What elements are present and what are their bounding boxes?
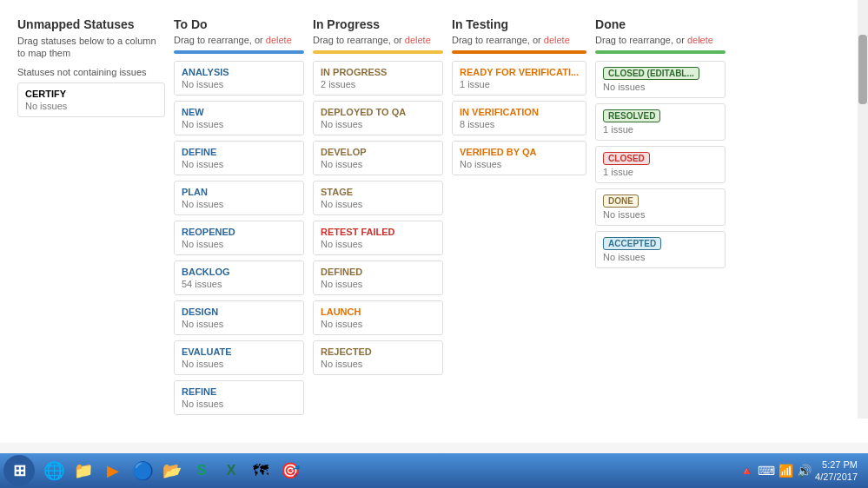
card-launch-issues: No issues bbox=[321, 319, 435, 329]
unmapped-title: Unmapped Statuses bbox=[17, 17, 165, 31]
card-analysis[interactable]: ANALYSIS No issues bbox=[174, 61, 304, 96]
card-analysis-name: ANALYSIS bbox=[182, 67, 296, 77]
start-button[interactable]: ⊞ bbox=[3, 455, 35, 486]
taskbar-time: 5:27 PM 4/27/2017 bbox=[815, 458, 858, 484]
card-ready-verification[interactable]: READY FOR VERIFICATI... 1 issue bbox=[452, 61, 586, 96]
card-certify-name: CERTIFY bbox=[25, 89, 157, 99]
card-deployed-qa[interactable]: DEPLOYED TO QA No issues bbox=[313, 101, 443, 135]
card-new-issues: No issues bbox=[182, 119, 296, 129]
card-closed-issues: 1 issue bbox=[603, 167, 718, 177]
card-verified-qa-name: VERIFIED BY QA bbox=[460, 147, 579, 157]
done-bar bbox=[595, 50, 726, 54]
card-verified-qa[interactable]: VERIFIED BY QA No issues bbox=[452, 141, 586, 175]
card-design-name: DESIGN bbox=[182, 307, 296, 317]
taskbar-excel-icon[interactable]: X bbox=[217, 457, 245, 485]
card-inprogress-name: IN PROGRESS bbox=[321, 67, 435, 77]
card-deployed-qa-name: DEPLOYED TO QA bbox=[321, 107, 435, 117]
card-plan[interactable]: PLAN No issues bbox=[174, 181, 304, 215]
card-reopened-issues: No issues bbox=[182, 239, 296, 249]
card-inprogress-issues: 2 issues bbox=[321, 79, 435, 89]
card-backlog[interactable]: BACKLOG 54 issues bbox=[174, 260, 304, 295]
card-stage-issues: No issues bbox=[321, 199, 435, 209]
card-closed-editable[interactable]: CLOSED (EDITABL... No issues bbox=[595, 61, 726, 98]
card-design-issues: No issues bbox=[182, 319, 296, 329]
taskbar-right-area: 🔺 ⌨ 📶 🔊 5:27 PM 4/27/2017 bbox=[739, 458, 865, 484]
card-resolved[interactable]: RESOLVED 1 issue bbox=[595, 103, 726, 141]
card-in-verification[interactable]: IN VERIFICATION 8 issues bbox=[452, 101, 586, 135]
todo-header: To Do Drag to rearrange, or delete bbox=[174, 17, 304, 45]
card-accepted[interactable]: ACCEPTED No issues bbox=[595, 231, 726, 268]
inprogress-column: In Progress Drag to rearrange, or delete… bbox=[313, 17, 443, 425]
card-closed[interactable]: CLOSED 1 issue bbox=[595, 146, 726, 183]
card-done[interactable]: DONE No issues bbox=[595, 188, 726, 226]
intesting-column: In Testing Drag to rearrange, or delete … bbox=[452, 17, 586, 425]
card-design[interactable]: DESIGN No issues bbox=[174, 300, 304, 335]
card-reopened[interactable]: REOPENED No issues bbox=[174, 221, 304, 255]
card-closed-editable-issues: No issues bbox=[603, 82, 718, 92]
card-retest-failed-issues: No issues bbox=[321, 239, 435, 249]
done-delete-link[interactable]: delete bbox=[687, 35, 713, 45]
todo-drag-label: Drag to rearrange, or delete bbox=[174, 35, 304, 45]
intesting-bar bbox=[452, 50, 586, 54]
taskbar-chrome-icon[interactable]: 🔵 bbox=[129, 457, 156, 485]
card-resolved-issues: 1 issue bbox=[603, 124, 718, 135]
done-column: Done Drag to rearrange, or delete CLOSED… bbox=[595, 17, 726, 425]
card-certify[interactable]: CERTIFY No issues bbox=[17, 82, 165, 117]
inprogress-delete-link[interactable]: delete bbox=[405, 35, 431, 45]
card-defined-name: DEFINED bbox=[321, 267, 435, 277]
taskbar-sheets-icon[interactable]: S bbox=[188, 457, 215, 485]
card-done-issues: No issues bbox=[603, 209, 718, 220]
card-analysis-issues: No issues bbox=[182, 79, 296, 89]
card-in-verification-issues: 8 issues bbox=[460, 119, 579, 129]
card-new[interactable]: NEW No issues bbox=[174, 101, 304, 135]
todo-column: To Do Drag to rearrange, or delete ANALY… bbox=[174, 17, 304, 425]
taskbar-app-icon[interactable]: 🎯 bbox=[276, 457, 304, 485]
card-backlog-issues: 54 issues bbox=[182, 279, 296, 289]
done-drag-label: Drag to rearrange, or delete bbox=[595, 35, 726, 45]
card-develop[interactable]: DEVELOP No issues bbox=[313, 141, 443, 175]
unmapped-subtitle: Drag statuses below to a column to map t… bbox=[17, 35, 165, 60]
card-refine[interactable]: REFINE No issues bbox=[174, 380, 304, 415]
card-launch-name: LAUNCH bbox=[321, 307, 435, 317]
intesting-title: In Testing bbox=[452, 17, 586, 31]
card-defined[interactable]: DEFINED No issues bbox=[313, 260, 443, 295]
card-evaluate[interactable]: EVALUATE No issues bbox=[174, 340, 304, 375]
card-rejected[interactable]: REJECTED No issues bbox=[313, 340, 443, 375]
card-stage[interactable]: STAGE No issues bbox=[313, 181, 443, 215]
scrollbar-thumb[interactable] bbox=[858, 35, 867, 104]
card-refine-name: REFINE bbox=[182, 386, 296, 397]
card-inprogress[interactable]: IN PROGRESS 2 issues bbox=[313, 61, 443, 96]
card-define-name: DEFINE bbox=[182, 147, 296, 157]
card-ready-verification-issues: 1 issue bbox=[460, 79, 579, 89]
card-new-name: NEW bbox=[182, 107, 296, 117]
card-rejected-name: REJECTED bbox=[321, 346, 435, 357]
taskbar-media-icon[interactable]: ▶ bbox=[99, 457, 127, 485]
card-defined-issues: No issues bbox=[321, 279, 435, 289]
taskbar-maps-icon[interactable]: 🗺 bbox=[247, 457, 275, 485]
taskbar: ⊞ 🌐 📁 ▶ 🔵 📂 S X 🗺 🎯 🔺 ⌨ 📶 🔊 5:27 PM 4/27… bbox=[0, 453, 868, 488]
intesting-drag-label: Drag to rearrange, or delete bbox=[452, 35, 586, 45]
intesting-delete-link[interactable]: delete bbox=[544, 35, 570, 45]
taskbar-ie-icon[interactable]: 🌐 bbox=[40, 457, 68, 485]
todo-delete-link[interactable]: delete bbox=[266, 35, 292, 45]
card-stage-name: STAGE bbox=[321, 187, 435, 197]
card-rejected-issues: No issues bbox=[321, 359, 435, 369]
card-define[interactable]: DEFINE No issues bbox=[174, 141, 304, 175]
taskbar-files-icon[interactable]: 📂 bbox=[158, 457, 186, 485]
card-plan-issues: No issues bbox=[182, 199, 296, 209]
card-retest-failed[interactable]: RETEST FAILED No issues bbox=[313, 221, 443, 255]
taskbar-folder-icon[interactable]: 📁 bbox=[70, 457, 97, 485]
todo-bar bbox=[174, 50, 304, 54]
card-evaluate-name: EVALUATE bbox=[182, 346, 296, 357]
card-launch[interactable]: LAUNCH No issues bbox=[313, 300, 443, 335]
card-in-verification-name: IN VERIFICATION bbox=[460, 107, 579, 117]
card-ready-verification-name: READY FOR VERIFICATI... bbox=[460, 67, 579, 77]
done-title: Done bbox=[595, 17, 726, 31]
card-backlog-name: BACKLOG bbox=[182, 267, 296, 277]
badge-resolved: RESOLVED bbox=[603, 109, 718, 124]
card-certify-issues: No issues bbox=[25, 101, 157, 111]
scrollbar[interactable] bbox=[858, 0, 868, 419]
card-reopened-name: REOPENED bbox=[182, 227, 296, 237]
card-plan-name: PLAN bbox=[182, 187, 296, 197]
intesting-header: In Testing Drag to rearrange, or delete bbox=[452, 17, 586, 45]
